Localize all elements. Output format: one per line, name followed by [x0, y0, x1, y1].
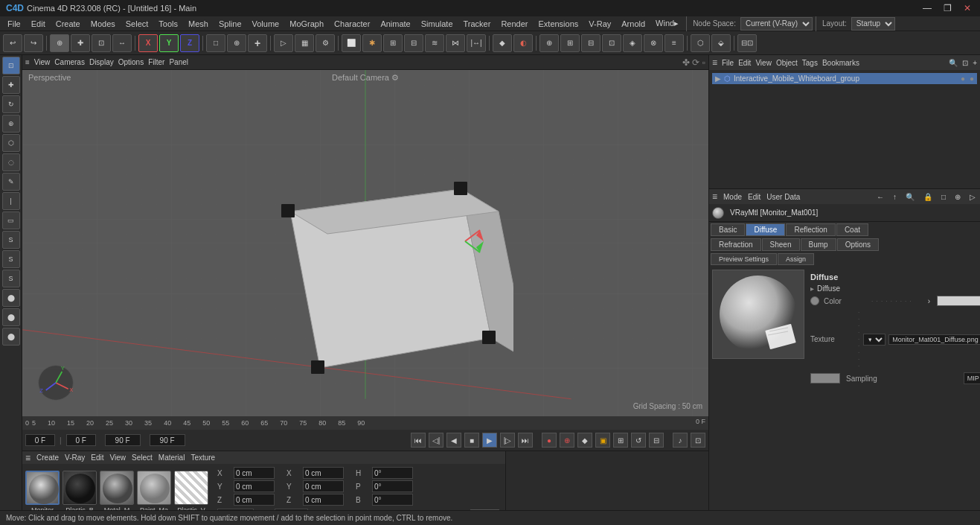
- matprops-edit-menu[interactable]: Edit: [748, 193, 760, 201]
- color-radio[interactable]: [810, 296, 819, 305]
- layout-select[interactable]: Startup: [851, 17, 895, 31]
- object-lock-icon[interactable]: ●: [970, 74, 974, 83]
- capture-btn[interactable]: ⊟⊡: [737, 34, 757, 52]
- matprops-up-btn[interactable]: ↑: [891, 193, 898, 201]
- mat-texture-menu[interactable]: Texture: [190, 454, 215, 462]
- coord-z-rot-input[interactable]: [303, 494, 344, 506]
- menu-wind[interactable]: Wind▸: [651, 17, 683, 30]
- axis-z-btn[interactable]: Z: [180, 34, 199, 52]
- paint-btn[interactable]: ◐: [513, 34, 533, 52]
- mat-tab-sheen[interactable]: Sheen: [762, 238, 800, 251]
- sidebar-lasso[interactable]: ◌: [2, 153, 20, 171]
- axis-x-btn[interactable]: X: [138, 34, 158, 52]
- sidebar-spline2[interactable]: S: [2, 270, 20, 287]
- texture-type-select[interactable]: ▾: [863, 334, 885, 346]
- sidebar-rotate[interactable]: ↻: [2, 95, 20, 113]
- undo-btn[interactable]: ↩: [3, 34, 22, 52]
- move-tool-btn[interactable]: ⊕: [50, 34, 69, 52]
- matprops-play-btn[interactable]: ▷: [968, 193, 977, 201]
- play-reverse-btn[interactable]: ◀: [446, 433, 461, 448]
- menu-file[interactable]: File: [3, 18, 25, 30]
- speaker-btn[interactable]: ♪: [673, 433, 688, 448]
- record-btn[interactable]: ⊕: [560, 433, 574, 448]
- matprops-plus-btn[interactable]: ⊕: [953, 193, 962, 201]
- viewport-cameras-menu[interactable]: Cameras: [54, 58, 85, 66]
- mat-tab-assign[interactable]: Assign: [778, 253, 814, 265]
- menu-character[interactable]: Character: [330, 18, 374, 30]
- coord-y-pos-input[interactable]: [234, 480, 275, 492]
- mat-select-menu[interactable]: Select: [132, 454, 153, 462]
- menu-create[interactable]: Create: [51, 18, 85, 30]
- viewport[interactable]: X Y Z Perspective Default Camera ⚙ Grid …: [22, 70, 708, 416]
- matprops-box-btn[interactable]: □: [940, 193, 947, 201]
- mat-tab-reflection[interactable]: Reflection: [786, 223, 835, 236]
- cube-btn[interactable]: ⬜: [342, 34, 361, 52]
- minimize-btn[interactable]: —: [920, 3, 935, 13]
- play-btn[interactable]: ▶: [482, 433, 497, 448]
- objects-tags-menu[interactable]: Tags: [802, 59, 818, 67]
- material-item-plastic-b[interactable]: Plastic_B: [63, 471, 97, 514]
- symmetry-btn[interactable]: ⊟: [581, 34, 601, 52]
- menu-simulate[interactable]: Simulate: [417, 18, 458, 30]
- menu-modes[interactable]: Modes: [86, 18, 120, 30]
- scale-tool-btn[interactable]: ⊡: [92, 34, 111, 52]
- redo-btn[interactable]: ↪: [24, 34, 43, 52]
- mat-tab-diffuse[interactable]: Diffuse: [746, 223, 785, 236]
- color-swatch[interactable]: [937, 296, 980, 306]
- sidebar-snap[interactable]: S: [2, 250, 20, 268]
- object-mode-btn[interactable]: □: [206, 34, 225, 52]
- sidebar-knife[interactable]: |: [2, 192, 20, 210]
- effector-btn[interactable]: ≋: [425, 34, 444, 52]
- menu-tools[interactable]: Tools: [154, 18, 182, 30]
- timeline-options-btn[interactable]: ⊡: [691, 433, 705, 448]
- mat-tab-refraction[interactable]: Refraction: [711, 238, 761, 251]
- viewport-filter-menu[interactable]: Filter: [148, 58, 164, 66]
- sampling-mode-select[interactable]: MIP None: [964, 372, 980, 384]
- mirror-btn[interactable]: ≡: [664, 34, 684, 52]
- rotate-tool-btn[interactable]: ✚: [71, 34, 90, 52]
- sidebar-extrude[interactable]: ▭: [2, 211, 20, 229]
- objects-file-menu[interactable]: File: [722, 59, 734, 67]
- menu-edit[interactable]: Edit: [27, 18, 50, 30]
- object-item-whiteboard[interactable]: ▶ ⬡ Interactive_Mobile_Whiteboard_group …: [712, 73, 977, 84]
- material-item-monitor[interactable]: Monitor: [25, 471, 60, 514]
- mat-vray-menu[interactable]: V-Ray: [65, 454, 85, 462]
- mat-tab-coat[interactable]: Coat: [836, 223, 868, 236]
- coord-b-input[interactable]: [372, 494, 413, 506]
- matprops-back-btn[interactable]: ←: [875, 193, 885, 201]
- start-frame-input[interactable]: [66, 434, 96, 446]
- mat-tab-preview-settings[interactable]: Preview Settings: [711, 253, 777, 265]
- menu-mograph[interactable]: MoGraph: [285, 18, 328, 30]
- auto-key-btn[interactable]: ▣: [595, 433, 610, 448]
- sidebar-mat[interactable]: ⬤: [2, 289, 20, 307]
- menu-extensions[interactable]: Extensions: [534, 18, 583, 30]
- render-view-btn[interactable]: ▷: [274, 34, 293, 52]
- menu-spline[interactable]: Spline: [214, 18, 246, 30]
- add-btn[interactable]: +: [248, 34, 267, 52]
- matprops-userdata-menu[interactable]: User Data: [766, 193, 800, 201]
- mat-view-menu[interactable]: View: [110, 454, 126, 462]
- smooth-btn[interactable]: ⊡: [602, 34, 621, 52]
- go-to-end-btn[interactable]: ⏭: [518, 433, 533, 448]
- menu-tracker[interactable]: Tracker: [459, 18, 496, 30]
- objects-object-menu[interactable]: Object: [776, 59, 798, 67]
- sidebar-render2[interactable]: ⬤: [2, 308, 20, 326]
- spline-btn[interactable]: ✱: [362, 34, 382, 52]
- magnet-btn[interactable]: ⊞: [560, 34, 580, 52]
- object-vis-icon[interactable]: ●: [961, 74, 965, 83]
- coord-h-input[interactable]: [372, 467, 413, 479]
- end-frame2-input[interactable]: [150, 434, 185, 446]
- go-to-next-btn[interactable]: |▷: [500, 433, 515, 448]
- maximize-btn[interactable]: ❐: [941, 3, 955, 13]
- menu-mesh[interactable]: Mesh: [184, 18, 213, 30]
- mat-create-menu[interactable]: Create: [36, 454, 59, 462]
- viewport-display-menu[interactable]: Display: [89, 58, 114, 66]
- objects-view-menu[interactable]: View: [755, 59, 772, 67]
- mat-tab-basic[interactable]: Basic: [711, 223, 745, 236]
- sidebar-object-mode[interactable]: ⊡: [2, 57, 20, 74]
- end-frame-input[interactable]: [105, 434, 141, 446]
- viewport-options-menu[interactable]: Options: [118, 58, 144, 66]
- close-btn[interactable]: ✕: [961, 3, 974, 13]
- mat-tab-options[interactable]: Options: [837, 238, 879, 251]
- diffuse-collapse-icon[interactable]: ▸: [810, 284, 814, 293]
